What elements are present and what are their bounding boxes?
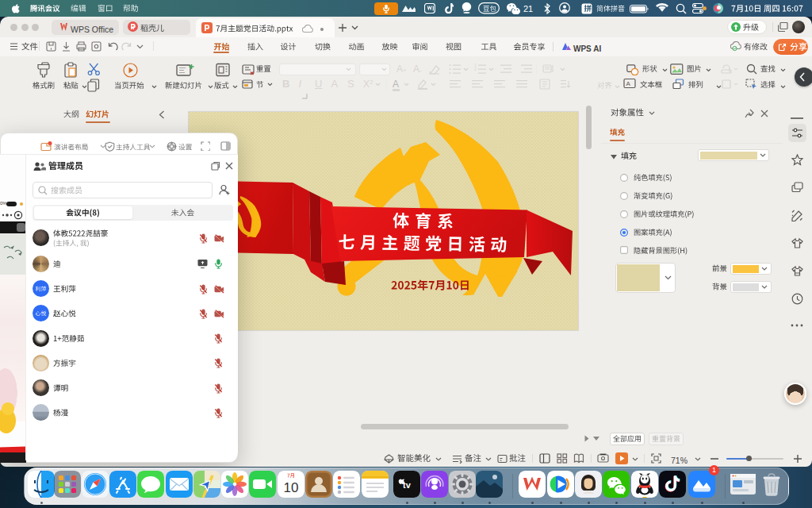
svg-text:2: 2 xyxy=(474,67,477,71)
svg-text:tv: tv xyxy=(403,480,412,490)
svg-text:10: 10 xyxy=(284,480,299,495)
svg-text:A: A xyxy=(626,80,631,87)
